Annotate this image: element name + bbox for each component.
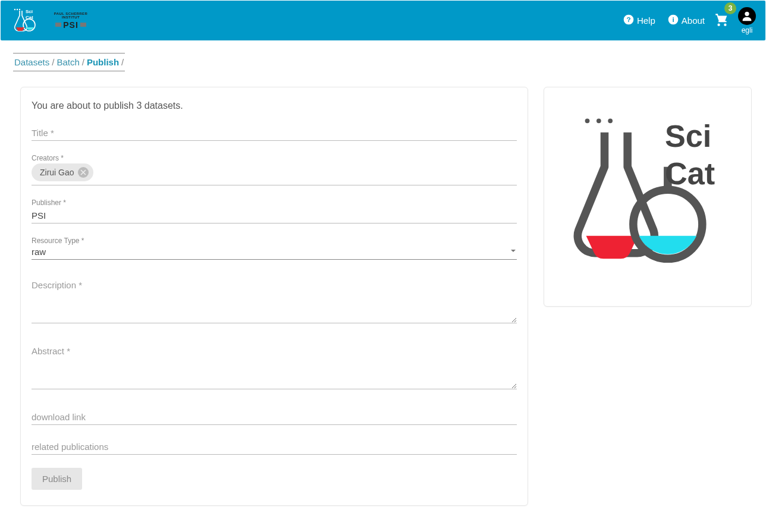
about-link[interactable]: i About [661, 14, 711, 27]
svg-text:Cat: Cat [665, 156, 715, 191]
related-publications-input[interactable] [32, 439, 517, 455]
svg-point-12 [597, 118, 601, 123]
description-textarea[interactable] [32, 278, 517, 323]
creator-chip-label: Zirui Gao [40, 168, 74, 177]
chip-remove-icon[interactable] [78, 167, 89, 178]
title-field: Title * [32, 125, 517, 141]
breadcrumb: Datasets / Batch / Publish / [13, 53, 125, 71]
publisher-input[interactable] [32, 208, 517, 223]
content: You are about to publish 3 datasets. Tit… [0, 71, 766, 530]
abstract-field: Abstract * [32, 344, 517, 392]
user-menu[interactable]: egli [738, 7, 756, 34]
svg-text:?: ? [626, 15, 630, 23]
resource-type-field: Resource Type * raw [32, 237, 517, 260]
scicat-large-logo: Sci Cat [561, 109, 734, 284]
username-label: egli [742, 26, 753, 34]
creators-chips[interactable]: Zirui Gao [32, 163, 517, 185]
toolbar: Sci Cat PAUL SCHERRER INSTITUT PSI ? Hel… [1, 1, 765, 40]
psi-logo: PAUL SCHERRER INSTITUT PSI [47, 12, 95, 30]
cart-icon [714, 12, 730, 29]
resource-type-value: raw [32, 247, 510, 257]
publisher-field: Publisher * [32, 199, 517, 223]
svg-text:Sci: Sci [665, 119, 711, 153]
svg-point-13 [608, 118, 613, 123]
intro-text: You are about to publish 3 datasets. [32, 100, 517, 111]
breadcrumb-sep: / [121, 57, 124, 67]
abstract-textarea[interactable] [32, 344, 517, 389]
scicat-logo: Sci Cat [10, 7, 39, 34]
psi-bars: PSI [47, 20, 95, 30]
breadcrumb-datasets[interactable]: Datasets [14, 57, 49, 67]
svg-text:Cat: Cat [26, 15, 33, 20]
svg-point-11 [585, 118, 590, 123]
creators-field: Creators * Zirui Gao [32, 154, 517, 185]
help-icon: ? [623, 14, 635, 27]
svg-point-2 [17, 8, 18, 10]
creators-label: Creators * [32, 154, 517, 162]
creator-chip: Zirui Gao [32, 163, 93, 181]
svg-text:Sci: Sci [26, 9, 33, 14]
cart-button[interactable]: 3 [711, 12, 733, 29]
related-publications-field: related publications [32, 439, 517, 455]
help-link[interactable]: ? Help [617, 14, 661, 27]
publish-form-card: You are about to publish 3 datasets. Tit… [20, 87, 528, 506]
psi-letters: PSI [63, 20, 79, 30]
logo-group[interactable]: Sci Cat PAUL SCHERRER INSTITUT PSI [10, 7, 95, 34]
publisher-label: Publisher * [32, 199, 517, 207]
breadcrumb-sep: / [82, 57, 84, 67]
breadcrumb-publish: Publish [87, 57, 119, 67]
svg-text:i: i [672, 15, 674, 23]
download-link-field: download link [32, 410, 517, 425]
cart-badge: 3 [724, 2, 736, 14]
resource-type-select[interactable]: raw [32, 246, 517, 260]
title-input[interactable] [32, 125, 517, 141]
about-label: About [682, 15, 705, 26]
publish-button[interactable]: Publish [32, 468, 82, 490]
svg-point-10 [745, 11, 749, 15]
side-logo-card: Sci Cat [544, 87, 752, 307]
help-label: Help [637, 15, 655, 26]
avatar-icon [738, 7, 756, 25]
description-field: Description * [32, 278, 517, 326]
download-link-input[interactable] [32, 410, 517, 425]
breadcrumb-batch[interactable]: Batch [56, 57, 79, 67]
svg-point-1 [14, 8, 15, 10]
psi-caption: PAUL SCHERRER INSTITUT [47, 12, 95, 19]
svg-point-3 [19, 8, 20, 10]
resource-type-label: Resource Type * [32, 237, 517, 245]
info-icon: i [667, 14, 679, 27]
breadcrumb-sep: / [52, 57, 54, 67]
chevron-down-icon [510, 246, 517, 257]
